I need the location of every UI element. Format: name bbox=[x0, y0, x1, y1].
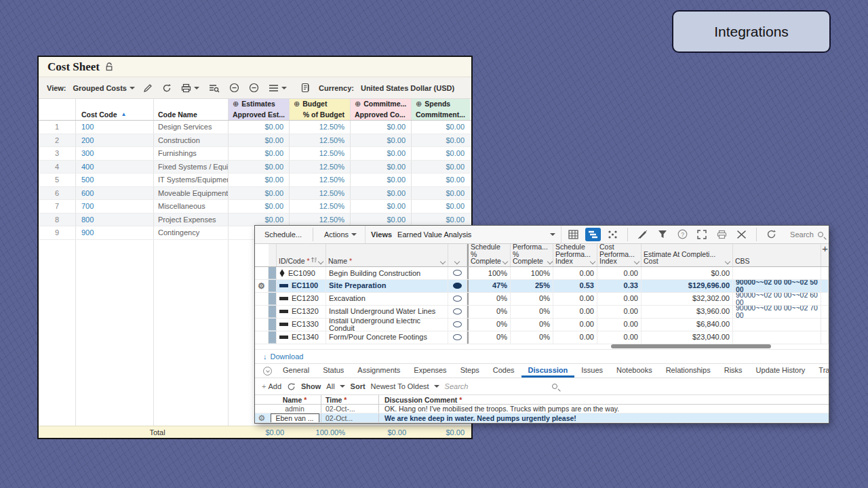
schedule-pct-cell[interactable]: 0% bbox=[467, 293, 511, 305]
approved-commitment-cell[interactable]: $0.00 bbox=[351, 214, 412, 226]
schedule-pct-cell[interactable]: 100% bbox=[467, 267, 511, 279]
discussion-row[interactable]: ⚙ Eben van ... 02-Oct... We are knee dee… bbox=[255, 413, 829, 423]
views-dropdown[interactable]: Views Earned Value Analysis bbox=[365, 226, 561, 243]
grid-view-button[interactable] bbox=[566, 228, 581, 241]
commitment-cell[interactable]: $0.00 bbox=[412, 214, 470, 226]
comment-author-cell[interactable]: Eben van ... bbox=[269, 413, 321, 422]
col-header-discussion[interactable] bbox=[448, 244, 467, 266]
activity-row[interactable]: ⚙ EC1230 Excavation 0% 0% 0.00 0.00 $32,… bbox=[255, 293, 829, 306]
gear-icon[interactable]: ⚙ bbox=[258, 282, 265, 290]
cbs-cell[interactable]: 90000~~02 00 00~~02 50 00 bbox=[733, 280, 821, 292]
cpi-cell[interactable]: 0.00 bbox=[597, 267, 642, 279]
approved-estimate-cell[interactable]: $0.00 bbox=[229, 174, 290, 186]
performance-pct-cell[interactable]: 0% bbox=[511, 293, 553, 305]
expand-plus-icon[interactable]: ⊕ bbox=[416, 100, 422, 108]
comment-author-cell[interactable]: admin bbox=[269, 405, 321, 413]
eac-cell[interactable]: $32,302.00 bbox=[642, 293, 733, 305]
approved-estimate-cell[interactable]: $0.00 bbox=[229, 214, 290, 226]
col-header-spi[interactable]: Schedule Performa... Index bbox=[553, 244, 597, 266]
activity-row[interactable]: ⚙ EC1090 Begin Building Construction 100… bbox=[255, 267, 829, 280]
comment-bubble-icon[interactable] bbox=[453, 334, 462, 340]
tab[interactable]: Assignments bbox=[351, 364, 407, 378]
table-row[interactable]: 4 400 Fixed Systems / Equip... $0.00 12.… bbox=[39, 161, 471, 174]
expand-plus-icon[interactable]: ⊕ bbox=[233, 100, 239, 108]
cost-code-cell[interactable]: 700 bbox=[76, 200, 154, 213]
tab[interactable]: Update History bbox=[749, 364, 812, 378]
discussion-row[interactable]: ⚙ admin 02-Oct-... OK. Hang on! I've mob… bbox=[255, 405, 829, 413]
approved-estimate-cell[interactable]: $0.00 bbox=[229, 121, 290, 134]
code-name-cell[interactable]: Design Services bbox=[154, 121, 229, 134]
activity-name-cell[interactable]: Form/Pour Concrete Footings bbox=[326, 331, 448, 344]
pct-of-budget-cell[interactable]: 12.50% bbox=[290, 134, 351, 147]
tools-button[interactable] bbox=[734, 228, 749, 241]
schedule-pct-cell[interactable]: 0% bbox=[467, 306, 511, 318]
collapse-level-button[interactable] bbox=[248, 81, 260, 94]
col-header-time[interactable]: Time * bbox=[321, 395, 379, 404]
collapse-all-button[interactable] bbox=[228, 81, 241, 94]
comment-bubble-icon[interactable] bbox=[453, 296, 462, 302]
pct-of-budget-cell[interactable]: 12.50% bbox=[290, 147, 351, 160]
chevron-down-icon[interactable] bbox=[454, 259, 460, 264]
add-comment-button[interactable]: +Add bbox=[262, 382, 281, 390]
chevron-down-icon[interactable] bbox=[318, 259, 323, 264]
col-header-code-name[interactable]: Code Name bbox=[154, 108, 229, 120]
activity-name-cell[interactable]: Site Preparation bbox=[326, 280, 448, 292]
download-link[interactable]: ↓ Download bbox=[255, 350, 829, 364]
performance-pct-cell[interactable]: 0% bbox=[511, 306, 553, 318]
cpi-cell[interactable]: 0.33 bbox=[597, 280, 642, 292]
network-view-button[interactable] bbox=[605, 228, 620, 241]
approved-estimate-cell[interactable]: $0.00 bbox=[229, 200, 290, 213]
search-icon[interactable] bbox=[552, 384, 557, 389]
cbs-cell[interactable] bbox=[733, 267, 821, 279]
col-header-id-code[interactable]: ID/Code * bbox=[277, 244, 326, 266]
comment-time-cell[interactable]: 02-Oct... bbox=[321, 413, 379, 422]
table-row[interactable]: 5 500 IT Systems/Equipment $0.00 12.50% … bbox=[39, 174, 471, 187]
approved-estimate-cell[interactable]: $0.00 bbox=[229, 161, 290, 174]
group-commitments[interactable]: ⊕Commitme... bbox=[351, 99, 412, 108]
col-header-name[interactable]: Name * bbox=[269, 395, 321, 404]
row-handle[interactable] bbox=[269, 331, 277, 344]
cbs-cell[interactable]: 90000~~02 00 00~~02 60 00 bbox=[733, 293, 821, 305]
expand-plus-icon[interactable]: ⊕ bbox=[294, 100, 300, 108]
performance-pct-cell[interactable]: 100% bbox=[511, 267, 553, 279]
tab[interactable]: Notebooks bbox=[610, 364, 659, 378]
comment-bubble-icon[interactable] bbox=[453, 308, 462, 314]
cost-code-cell[interactable]: 300 bbox=[76, 147, 154, 160]
code-name-cell[interactable]: Project Expenses bbox=[154, 214, 229, 226]
approved-estimate-cell[interactable]: $0.00 bbox=[229, 147, 290, 160]
row-handle[interactable] bbox=[269, 306, 277, 318]
approved-commitment-cell[interactable]: $0.00 bbox=[351, 174, 412, 186]
row-handle[interactable] bbox=[269, 319, 277, 331]
row-handle[interactable] bbox=[269, 267, 277, 279]
col-header-cbs[interactable]: CBS bbox=[733, 244, 821, 266]
cpi-cell[interactable]: 0.00 bbox=[597, 293, 642, 305]
show-dropdown[interactable]: All bbox=[326, 382, 344, 390]
schedule-pct-cell[interactable]: 47% bbox=[467, 280, 511, 292]
activity-name-cell[interactable]: Install Underground Water Lines bbox=[326, 306, 448, 318]
spi-cell[interactable]: 0.53 bbox=[553, 280, 597, 292]
sort-dropdown[interactable]: Newest To Oldest bbox=[371, 382, 439, 390]
col-header-comment[interactable]: Discussion Comment * bbox=[379, 395, 829, 404]
tab[interactable]: Relationships bbox=[659, 364, 717, 378]
activity-row[interactable]: ⚙ EC1320 Install Underground Water Lines… bbox=[255, 306, 829, 319]
eac-cell[interactable]: $3,960.00 bbox=[642, 306, 733, 318]
cost-code-cell[interactable]: 400 bbox=[76, 161, 154, 174]
discussion-cell[interactable] bbox=[448, 319, 467, 331]
pct-of-budget-cell[interactable]: 12.50% bbox=[290, 121, 351, 134]
cost-code-cell[interactable]: 100 bbox=[76, 121, 154, 134]
tab[interactable]: Discussion bbox=[521, 364, 575, 378]
performance-pct-cell[interactable]: 25% bbox=[511, 280, 553, 292]
chevron-down-icon[interactable] bbox=[547, 259, 553, 264]
fill-down-button[interactable] bbox=[635, 228, 650, 241]
spi-cell[interactable]: 0.00 bbox=[553, 267, 597, 279]
cost-code-cell[interactable]: 600 bbox=[76, 187, 154, 200]
commitment-cell[interactable]: $0.00 bbox=[412, 187, 470, 200]
comment-text-cell[interactable]: OK. Hang on! I've mobilised the troops. … bbox=[379, 405, 829, 413]
pct-of-budget-cell[interactable]: 12.50% bbox=[290, 214, 351, 226]
print-button[interactable] bbox=[714, 228, 730, 241]
chevron-down-icon[interactable] bbox=[634, 259, 639, 264]
activity-row[interactable]: ⚙ EC1340 Form/Pour Concrete Footings 0% … bbox=[255, 331, 829, 344]
comment-bubble-icon[interactable] bbox=[453, 270, 462, 276]
activity-id-cell[interactable]: EC1320 bbox=[277, 306, 326, 318]
code-name-cell[interactable]: Construction bbox=[154, 134, 229, 147]
